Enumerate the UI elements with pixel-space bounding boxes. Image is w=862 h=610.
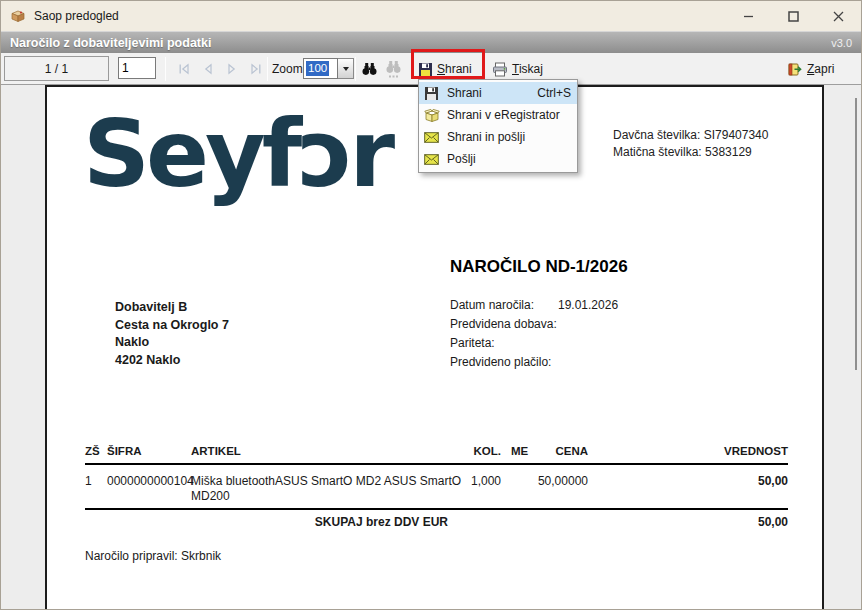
floppy-disk-icon [423,86,440,101]
cell-cena: 50,00000 [538,474,588,488]
items-table: ZŠ ŠIFRA ARTIKEL KOL. ME CENA VREDNOST 1… [85,445,788,530]
cell-artikel: Miška bluetoothASUS SmartO MD2 ASUS Smar… [191,474,483,504]
envelope-icon [423,154,440,165]
supplier-line: 4202 Naklo [115,352,229,370]
supplier-line: Cesta na Okroglo 7 [115,317,229,335]
save-button-label: Shrani [437,62,472,76]
first-page-button[interactable] [173,58,194,80]
menu-item-label: Shrani v eRegistrator [447,108,560,122]
cell-zs: 1 [85,474,92,488]
minimize-button[interactable] [726,1,771,31]
toolbar-separator [267,57,268,81]
supplier-line: Dobavitelj B [115,299,229,317]
maximize-icon [788,11,799,22]
menu-item-label: Shrani [447,86,482,100]
close-preview-button[interactable]: Zapri [784,56,837,82]
column-header: VREDNOST [724,445,788,457]
zoom-value-field[interactable]: 100 [303,58,338,79]
table-row: 1 0000000000104 Miška bluetoothASUS Smar… [85,474,788,508]
last-page-button[interactable] [245,58,266,80]
column-header: KOL. [474,445,501,457]
cell-sifra: 0000000000104 [107,474,194,488]
detail-label: Pariteta: [450,334,558,353]
menu-item-shrani-v-eregistrator[interactable]: Shrani v eRegistrator [419,104,577,126]
find-next-button[interactable] [383,58,403,80]
seyfor-logo: Seyfɔr [83,87,391,222]
table-header-rule [85,463,788,465]
close-icon [833,11,844,22]
cell-kol: 1,000 [471,474,501,488]
menu-item-shrani[interactable]: Shrani Ctrl+S [419,82,577,104]
menu-shortcut: Ctrl+S [537,86,571,100]
table-bottom-rule [85,508,788,510]
toolbar-separator [165,57,166,81]
page-number-input[interactable] [118,57,156,79]
title-bar: Saop predogled [1,1,861,31]
menu-item-poslji[interactable]: Pošlji [419,148,577,170]
envelope-icon [423,132,440,143]
summary-label: SKUPAJ brez DDV EUR [315,515,448,529]
chevron-down-icon [343,67,349,71]
last-page-icon [249,63,263,75]
column-header: ŠIFRA [107,445,142,457]
page-indicator: 1 / 1 [4,56,109,81]
column-header: ME [511,445,528,457]
exit-door-icon [787,62,803,77]
find-button[interactable] [359,58,379,80]
floppy-disk-icon [418,62,433,77]
toolbar-separator [355,57,356,81]
prepared-by: Naročilo pripravil: Skrbnik [85,549,221,563]
maximize-button[interactable] [771,1,816,31]
report-header-bar: Naročilo z dobaviteljevimi podatki v3.0 [1,31,861,53]
zoom-value: 100 [306,61,329,76]
vertical-scrollbar[interactable] [855,98,857,370]
previous-page-button[interactable] [197,58,218,80]
binoculars-icon [361,61,378,77]
report-title: Naročilo z dobaviteljevimi podatki [10,36,211,50]
detail-label: Datum naročila: [450,296,558,315]
previous-page-icon [201,63,215,75]
detail-label: Predvidena dobava: [450,315,558,334]
menu-item-label: Pošlji [447,152,476,166]
summary-value: 50,00 [758,515,788,529]
minimize-icon [743,11,754,22]
app-window: Saop predogled Naročilo z dobaviteljevim… [0,0,862,610]
binoculars-dots-icon [385,60,402,79]
registration-number: Matična številka: 5383129 [613,144,768,161]
column-header: ARTIKEL [191,445,241,457]
close-button[interactable] [816,1,861,31]
summary-row: SKUPAJ brez DDV EUR 50,00 [85,515,788,530]
menu-item-label: Shrani in pošlji [447,130,525,144]
zoom-combobox[interactable]: 100 [303,58,354,79]
version-label: v3.0 [831,37,852,49]
printer-icon [492,62,508,77]
order-details: Datum naročila:19.01.2026 Predvidena dob… [450,296,618,372]
column-header: CENA [555,445,588,457]
app-package-icon [10,8,26,24]
tax-number: Davčna številka: SI79407340 [613,127,768,144]
supplier-line: Naklo [115,334,229,352]
menu-item-shrani-in-poslji[interactable]: Shrani in pošlji [419,126,577,148]
detail-value: 19.01.2026 [558,298,618,312]
column-header: ZŠ [85,445,100,457]
cell-vrednost: 50,00 [758,474,788,488]
next-page-button[interactable] [221,58,242,80]
company-identifiers: Davčna številka: SI79407340 Matična štev… [613,127,768,161]
save-dropdown-menu: Shrani Ctrl+S Shrani v eRegistrator [418,79,578,173]
detail-label: Predvideno plačilo: [450,353,558,372]
zoom-dropdown-button[interactable] [338,58,354,79]
supplier-address: Dobavitelj B Cesta na Okroglo 7 Naklo 42… [115,299,229,369]
first-page-icon [177,63,191,75]
zoom-label: Zoom: [272,62,306,76]
order-title: NAROČILO ND-1/2026 [450,257,628,277]
close-preview-label: Zapri [807,62,834,76]
print-button-label: Tiskaj [512,62,543,76]
table-header-row: ZŠ ŠIFRA ARTIKEL KOL. ME CENA VREDNOST [85,445,788,458]
window-title: Saop predogled [34,9,119,23]
open-box-icon [423,108,440,122]
next-page-icon [225,63,239,75]
